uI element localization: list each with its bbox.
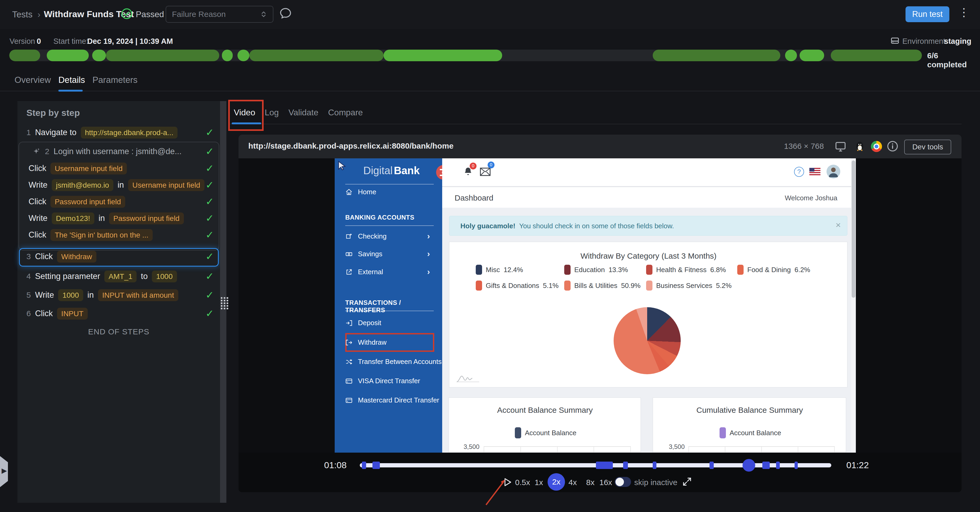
cumulative-balance-legend[interactable]: Account Balance [719, 427, 781, 438]
step-target-badge[interactable]: The 'Sign in' button on the ... [51, 229, 153, 241]
step-row-5-write-amount[interactable]: 5 Write 1000 in INPUT with id amount [26, 288, 214, 303]
tab-validate[interactable]: Validate [288, 108, 318, 117]
chrome-icon [871, 141, 882, 152]
bank-nav-transfer[interactable]: Transfer Between Accounts [345, 358, 442, 366]
bank-nav-savings[interactable]: Savings [345, 250, 382, 258]
timeline-marker[interactable] [795, 461, 798, 469]
timeline-marker[interactable] [372, 461, 380, 469]
skip-inactive-toggle[interactable] [615, 477, 631, 487]
timeline-track[interactable] [360, 463, 831, 468]
step-target-badge[interactable]: http://stage.dbank.prod-a... [81, 127, 178, 139]
time-total: 01:22 [846, 460, 869, 470]
account-balance-legend[interactable]: Account Balance [515, 427, 576, 438]
cumulative-balance-chart [688, 446, 835, 453]
tab-overview[interactable]: Overview [14, 75, 51, 85]
user-avatar[interactable] [827, 165, 840, 178]
withdraw-category-pie-chart[interactable] [614, 307, 681, 374]
step-action: Navigate to [35, 128, 76, 137]
comment-bubble-icon[interactable] [279, 7, 292, 20]
timeline-playhead[interactable] [743, 459, 755, 472]
annotation-arrow [478, 474, 515, 511]
progress-segment [9, 50, 40, 61]
speed-16x[interactable]: 16x [599, 478, 612, 487]
panel-drag-handle[interactable] [221, 297, 228, 309]
timeline-marker[interactable] [776, 461, 780, 469]
tab-compare[interactable]: Compare [328, 108, 363, 117]
bank-scrollbar-thumb[interactable] [852, 160, 855, 298]
us-flag-icon[interactable] [809, 168, 821, 175]
step-target-badge[interactable]: Withdraw [57, 251, 96, 263]
legend-food[interactable]: Food & Dining6.2% [737, 265, 810, 275]
speed-4x[interactable]: 4x [568, 478, 577, 487]
timeline-marker[interactable] [710, 461, 714, 469]
step-row-2-group-header[interactable]: 2 Login with username : jsmith@de... [32, 144, 206, 159]
step-row-click-signin[interactable]: Click The 'Sign in' button on the ... [29, 228, 203, 242]
help-icon[interactable]: ? [794, 167, 804, 177]
bank-nav-visa[interactable]: VISA Direct Transfer [345, 377, 420, 385]
run-test-button[interactable]: Run test [905, 6, 949, 22]
step-row-6-click-input[interactable]: 6 Click INPUT [26, 306, 201, 321]
tab-parameters[interactable]: Parameters [92, 75, 138, 85]
step-row-click-password[interactable]: Click Password input field [29, 194, 203, 209]
linux-penguin-icon [853, 140, 866, 152]
step-value-badge[interactable]: 1000 [152, 271, 177, 282]
failure-reason-select[interactable]: Failure Reason [165, 6, 274, 23]
tab-log[interactable]: Log [265, 108, 279, 117]
skip-inactive-label: skip inactive [634, 478, 677, 487]
legend-health[interactable]: Health & Fitness6.8% [646, 265, 726, 275]
bank-nav-deposit[interactable]: Deposit [345, 319, 381, 327]
timeline-marker[interactable] [762, 461, 770, 469]
progress-segment [785, 50, 797, 61]
failure-reason-placeholder: Failure Reason [172, 10, 226, 19]
step-param-badge[interactable]: AMT_1 [104, 271, 137, 282]
bank-nav-withdraw[interactable]: Withdraw [345, 338, 387, 347]
bank-nav-home[interactable]: Home [345, 188, 376, 196]
step-value-badge[interactable]: jsmith@demo.io [52, 179, 113, 191]
bank-nav-checking[interactable]: Checking [345, 232, 387, 241]
tab-details[interactable]: Details [58, 75, 85, 85]
speed-8x[interactable]: 8x [586, 478, 595, 487]
step-target-badge[interactable]: Password input field [109, 212, 184, 224]
alert-close-icon[interactable]: × [835, 220, 841, 230]
timeline-marker[interactable] [362, 461, 366, 469]
step-target-badge[interactable]: Username input field [128, 179, 204, 191]
speed-2x-selected[interactable]: 2x [547, 473, 565, 491]
speed-1x[interactable]: 1x [535, 478, 543, 487]
step-row-1[interactable]: 1 Navigate to http://stage.dbank.prod-a.… [26, 125, 214, 140]
step-value-badge[interactable]: 1000 [58, 289, 83, 301]
speed-0.5x[interactable]: 0.5x [515, 478, 530, 487]
bank-nav-external[interactable]: External [345, 268, 383, 276]
bank-brand[interactable]: Digital Bank [360, 165, 423, 177]
legend-misc[interactable]: Misc12.4% [476, 265, 523, 275]
legend-business[interactable]: Business Services5.2% [646, 281, 732, 290]
dev-tools-button[interactable]: Dev tools [904, 139, 951, 154]
run-progress-bar[interactable] [9, 50, 922, 61]
step-row-write-password[interactable]: Write Demo123! in Password input field [29, 211, 213, 226]
step-row-click-username[interactable]: Click Username input field [29, 161, 203, 176]
breadcrumb-tests[interactable]: Tests [12, 10, 32, 19]
step-value-badge[interactable]: Demo123! [52, 212, 94, 224]
timeline-marker[interactable] [623, 461, 628, 469]
legend-swatch [564, 281, 571, 290]
fullscreen-icon[interactable] [682, 476, 692, 487]
step-check-icon: ✓ [205, 127, 214, 138]
step-row-3-click-withdraw[interactable]: 3 Click Withdraw [26, 249, 201, 264]
bank-nav-mastercard[interactable]: Mastercard Direct Transfer [345, 396, 439, 404]
mail-icon[interactable] [480, 167, 491, 176]
overflow-menu-icon[interactable]: ⋮ [958, 6, 969, 19]
step-row-4-setting-parameter[interactable]: 4 Setting parameter AMT_1 to 1000 [26, 269, 214, 284]
timeline-marker[interactable] [596, 461, 613, 469]
info-icon[interactable] [886, 140, 899, 152]
video-player[interactable]: http://stage.dbank.prod-apps.relicx.ai:8… [239, 135, 961, 492]
timeline-marker[interactable] [653, 461, 656, 469]
step-target-badge[interactable]: Username input field [51, 163, 127, 174]
step-target-badge[interactable]: INPUT with id amount [98, 289, 178, 301]
step-row-write-username[interactable]: Write jsmith@demo.io in Username input f… [29, 178, 213, 192]
legend-gifts[interactable]: Gifts & Donations5.1% [476, 281, 559, 290]
bank-scrollbar[interactable] [851, 159, 856, 453]
legend-bills[interactable]: Bills & Utilities50.9% [564, 281, 641, 290]
step-target-badge[interactable]: Password input field [51, 196, 125, 208]
step-target-badge[interactable]: INPUT [57, 308, 88, 320]
legend-education[interactable]: Education13.3% [564, 265, 628, 275]
video-frame[interactable]: Digital Bank Home BANKING ACCOUNTS Check… [239, 159, 961, 453]
